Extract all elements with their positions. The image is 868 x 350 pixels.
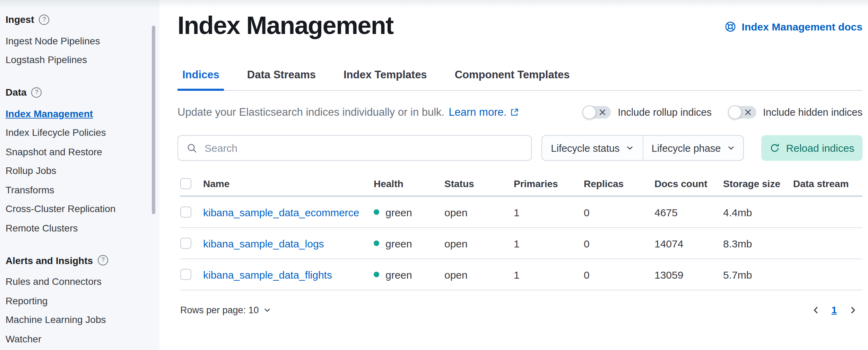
page-title: Index Management — [177, 10, 393, 41]
sidebar-item-logstash-pipelines[interactable]: Logstash Pipelines — [6, 50, 154, 69]
column-header-storage-size: Storage size — [723, 178, 793, 189]
lifecycle-phase-filter-button[interactable]: Lifecycle phase — [643, 136, 743, 160]
sidebar-item-remote-clusters[interactable]: Remote Clusters — [6, 218, 154, 237]
learn-more-label: Learn more. — [449, 106, 506, 119]
tab-indices[interactable]: Indices — [177, 69, 224, 90]
filter-label: Lifecycle phase — [652, 142, 721, 154]
tab-index-templates[interactable]: Index Templates — [339, 69, 432, 90]
index-name-link[interactable]: kibana_sample_data_ecommerce — [203, 206, 374, 218]
index-management-page: Ingest Ingest Node Pipelines Logstash Pi… — [0, 0, 868, 350]
help-icon — [98, 255, 108, 265]
primaries-cell: 1 — [514, 237, 584, 249]
sidebar-scrollbar[interactable] — [152, 26, 155, 214]
switch-off-x-icon — [599, 109, 606, 116]
column-header-health: Health — [374, 178, 444, 189]
rollup-indices-switch[interactable] — [583, 106, 611, 119]
column-header-primaries: Primaries — [514, 178, 584, 189]
help-icon — [39, 14, 49, 25]
column-header-docs-count: Docs count — [654, 178, 723, 189]
search-box — [177, 135, 532, 161]
previous-page-button[interactable] — [810, 304, 821, 316]
sidebar-heading-alerts-and-insights: Alerts and Insights — [6, 253, 154, 267]
pagination: 1 — [810, 304, 862, 316]
sidebar-item-cross-cluster-replication[interactable]: Cross-Cluster Replication — [6, 199, 154, 218]
status-cell: open — [444, 237, 514, 249]
indices-table: Name Health Status Primaries Replicas Do… — [180, 172, 862, 290]
health-green-dot-icon — [374, 209, 379, 215]
tab-bar: Indices Data Streams Index Templates Com… — [177, 69, 862, 91]
table-footer: Rows per page: 10 1 — [180, 304, 862, 316]
main-content: Index Management Index Management docs I… — [159, 0, 868, 350]
sidebar-item-machine-learning-jobs[interactable]: Machine Learning Jobs — [6, 310, 154, 329]
health-cell: green — [374, 237, 444, 249]
sidebar: Ingest Ingest Node Pipelines Logstash Pi… — [0, 0, 159, 350]
sidebar-item-watcher[interactable]: Watcher — [6, 329, 154, 348]
docs-count-cell: 13059 — [654, 269, 723, 280]
replicas-cell: 0 — [584, 206, 654, 218]
storage-size-cell: 8.3mb — [723, 237, 793, 249]
chevron-right-icon — [848, 305, 857, 314]
next-page-button[interactable] — [847, 304, 858, 316]
sidebar-item-ingest-node-pipelines[interactable]: Ingest Node Pipelines — [6, 31, 154, 50]
switch-thumb — [728, 105, 741, 119]
sidebar-item-index-management[interactable]: Index Management — [6, 104, 154, 123]
chevron-down-icon — [727, 144, 735, 152]
sidebar-item-transforms[interactable]: Transforms — [6, 180, 154, 199]
chevron-down-icon — [264, 306, 271, 314]
health-label: green — [385, 269, 412, 280]
row-checkbox[interactable] — [180, 269, 191, 280]
replicas-cell: 0 — [584, 237, 654, 249]
toggle-include-rollup-indices: Include rollup indices — [583, 106, 712, 119]
learn-more-link[interactable]: Learn more. — [449, 106, 518, 119]
health-green-dot-icon — [374, 240, 379, 246]
docs-link[interactable]: Index Management docs — [724, 21, 862, 33]
table-header-row: Name Health Status Primaries Replicas Do… — [180, 172, 862, 197]
column-header-status: Status — [444, 178, 514, 189]
table-row: kibana_sample_data_logs green open 1 0 1… — [180, 228, 862, 259]
storage-size-cell: 4.4mb — [723, 206, 793, 218]
select-all-checkbox[interactable] — [180, 178, 191, 189]
toggle-include-hidden-indices: Include hidden indices — [728, 106, 862, 119]
index-name-link[interactable]: kibana_sample_data_logs — [203, 237, 374, 249]
column-header-name: Name — [203, 178, 374, 189]
row-checkbox[interactable] — [180, 207, 191, 218]
table-row: kibana_sample_data_ecommerce green open … — [180, 197, 862, 228]
external-link-icon — [510, 108, 518, 116]
toggle-label: Include rollup indices — [618, 107, 712, 118]
toggle-label: Include hidden indices — [763, 107, 862, 118]
primaries-cell: 1 — [514, 269, 584, 280]
lifecycle-status-filter-button[interactable]: Lifecycle status — [542, 136, 643, 160]
hidden-indices-switch[interactable] — [728, 106, 756, 119]
sidebar-item-rules-and-connectors[interactable]: Rules and Connectors — [6, 272, 154, 291]
help-icon — [32, 87, 42, 97]
rows-per-page-button[interactable]: Rows per page: 10 — [180, 305, 271, 315]
sidebar-item-rollup-jobs[interactable]: Rollup Jobs — [6, 161, 154, 180]
description-text: Update your Elasticsearch indices indivi… — [177, 106, 444, 119]
sidebar-item-snapshot-and-restore[interactable]: Snapshot and Restore — [6, 142, 154, 161]
lifecycle-filter-group: Lifecycle status Lifecycle phase — [541, 135, 744, 161]
health-label: green — [385, 206, 412, 218]
index-name-link[interactable]: kibana_sample_data_flights — [203, 269, 374, 280]
primaries-cell: 1 — [514, 206, 584, 218]
column-header-replicas: Replicas — [584, 178, 654, 189]
sidebar-heading-ingest: Ingest — [6, 12, 154, 26]
description-row: Update your Elasticsearch indices indivi… — [177, 106, 862, 119]
reload-indices-button[interactable]: Reload indices — [761, 135, 862, 161]
tab-component-templates[interactable]: Component Templates — [450, 69, 575, 90]
reload-indices-label: Reload indices — [786, 142, 854, 154]
search-input[interactable] — [178, 136, 531, 160]
tab-data-streams[interactable]: Data Streams — [242, 69, 321, 90]
row-checkbox[interactable] — [180, 238, 191, 249]
docs-count-cell: 4675 — [654, 206, 723, 218]
rows-per-page-label: Rows per page: 10 — [180, 305, 259, 315]
table-row: kibana_sample_data_flights green open 1 … — [180, 259, 862, 290]
sidebar-section-ingest: Ingest Ingest Node Pipelines Logstash Pi… — [6, 12, 154, 69]
sidebar-heading-data: Data — [6, 85, 154, 99]
health-cell: green — [374, 206, 444, 218]
sidebar-item-index-lifecycle-policies[interactable]: Index Lifecycle Policies — [6, 123, 154, 142]
chevron-down-icon — [626, 144, 634, 152]
docs-link-label: Index Management docs — [742, 21, 862, 33]
page-number-1[interactable]: 1 — [831, 304, 837, 315]
switch-thumb — [582, 105, 596, 119]
sidebar-item-reporting[interactable]: Reporting — [6, 291, 154, 310]
